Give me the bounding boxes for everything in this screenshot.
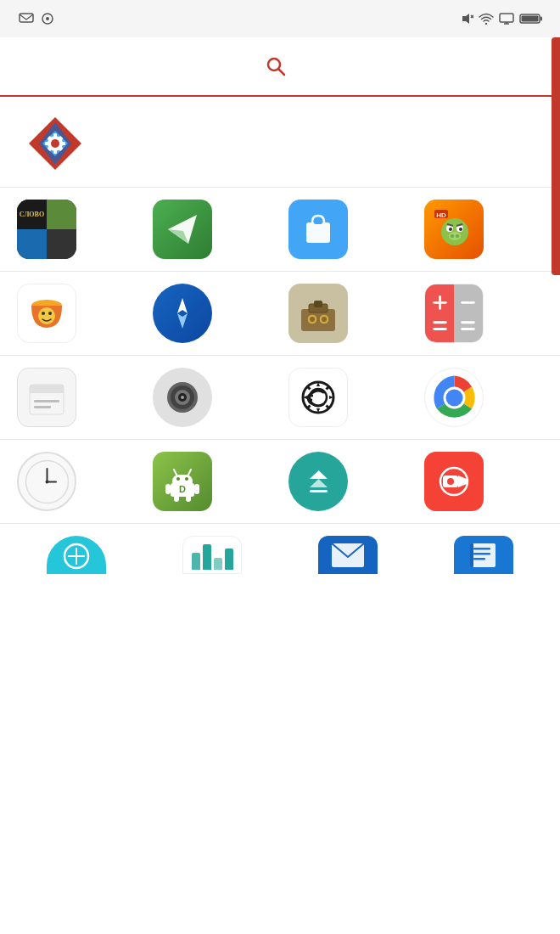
svg-text:HD: HD [436,211,446,219]
svg-rect-12 [540,17,542,21]
nova-section [0,97,560,188]
app-camera[interactable] [144,368,221,427]
search-bar[interactable] [0,37,560,97]
camera-svg [161,376,204,419]
app-cheat[interactable] [280,368,356,427]
svg-line-14 [279,70,285,76]
nova-settings-app[interactable] [17,114,93,173]
svg-rect-31 [314,221,322,224]
wifi-icon [479,13,494,25]
svg-rect-7 [500,14,513,22]
app-cheat-icon [288,368,348,427]
svg-point-45 [38,307,55,324]
partial-row [0,524,560,574]
svg-point-47 [48,312,52,315]
svg-rect-21 [53,149,57,154]
svg-rect-97 [174,495,179,502]
svg-point-88 [45,480,48,483]
battery-icon [519,13,543,25]
app-browser[interactable] [144,284,221,343]
partial-app-1[interactable] [8,536,144,574]
svg-point-6 [485,23,487,25]
app-grid-row-1: СЛОВО [0,188,560,272]
app-benefits[interactable] [8,284,85,343]
svg-rect-58 [425,284,454,342]
svg-rect-0 [20,14,33,22]
download-svg [295,459,342,505]
svg-point-77 [181,396,184,399]
app-grid-row-2 [0,272,560,356]
clock-svg [24,459,70,505]
svg-point-55 [310,317,315,322]
app-calendar[interactable] [8,368,85,427]
partial-app-2[interactable] [144,536,280,574]
app-busybox[interactable] [280,284,356,343]
message-icon [19,13,34,25]
svg-rect-116 [473,558,485,560]
svg-rect-53 [314,301,322,307]
app-download[interactable] [280,452,356,511]
status-right [460,12,548,25]
app-browser-icon [153,284,212,343]
app-calculator-icon [424,284,484,343]
svg-rect-22 [45,142,49,145]
benefits-svg [25,292,68,335]
status-bar [0,0,560,37]
svg-point-38 [459,228,462,231]
svg-rect-71 [34,406,51,408]
app-benefits-icon [17,284,76,343]
app-deviceid[interactable]: D [144,452,221,511]
app-busybox-icon [288,284,348,343]
partial-app-3[interactable] [280,536,416,574]
svg-point-46 [42,312,45,315]
svg-rect-103 [310,490,328,492]
app-durecorder[interactable] [416,452,492,511]
svg-marker-3 [462,14,469,24]
partial-3-icon [331,543,365,568]
calculator-svg [425,284,483,343]
app-appstore-icon [288,200,348,259]
app-clock[interactable] [8,452,85,511]
app-durecorder-icon [424,452,484,511]
app-calendar-icon [17,368,76,427]
app-grid: СЛОВО [8,200,552,259]
app-chrome-icon [424,368,484,427]
deviceid-svg: D [162,461,203,502]
app-camera-icon [153,368,212,427]
airdroid-svg [165,211,200,247]
app-calculator[interactable] [416,284,492,343]
svg-rect-98 [186,495,191,502]
screen-icon [499,13,514,25]
app-chrome[interactable] [416,368,492,427]
partial-app-4[interactable] [416,536,552,574]
status-left [12,12,54,25]
app-grid-4: D [8,452,552,511]
svg-rect-117 [470,543,473,567]
svg-line-92 [174,470,176,475]
svg-point-37 [449,228,452,231]
svg-rect-11 [522,16,539,22]
sync-icon [41,12,54,25]
svg-point-57 [322,317,327,322]
svg-point-40 [451,234,454,238]
partial-4-icon [468,542,499,569]
svg-rect-96 [194,484,199,494]
app-4fotki[interactable]: СЛОВО [8,200,85,259]
svg-rect-20 [53,133,57,138]
app-airdroid[interactable] [144,200,221,259]
app-appstore[interactable] [280,200,356,259]
calendar-svg [25,376,68,419]
app-clock-icon [17,452,76,511]
app-badpiggies[interactable]: HD [416,200,492,259]
svg-point-90 [176,477,180,481]
svg-rect-70 [34,400,59,402]
svg-rect-59 [454,284,483,342]
partial-1-icon [63,543,90,570]
svg-point-108 [447,478,454,485]
app-airdroid-icon [153,200,212,259]
svg-rect-115 [473,553,490,555]
nova-settings-icon [25,114,85,173]
busybox-svg [297,292,339,335]
appstore-svg [300,211,337,248]
svg-rect-23 [61,142,65,145]
